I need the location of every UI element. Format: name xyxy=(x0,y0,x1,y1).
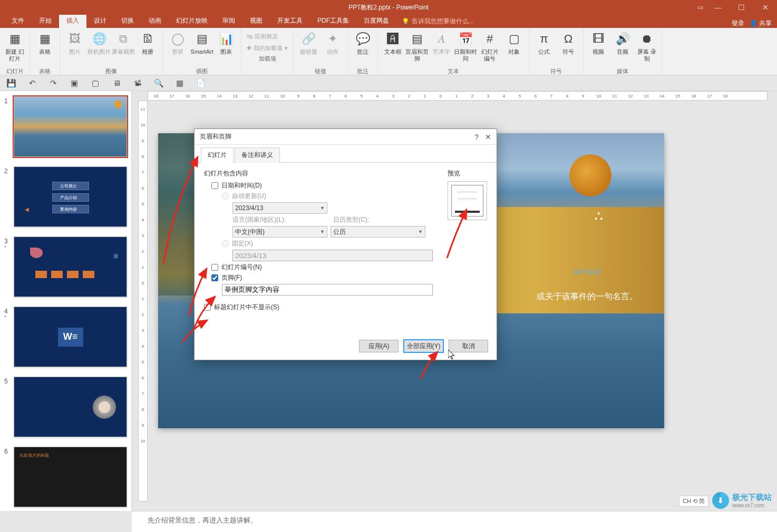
shapes-button[interactable]: ◯形状 xyxy=(166,31,189,66)
link-icon: 🔗 xyxy=(300,31,317,47)
header-footer-button[interactable]: ▤页眉和页脚 xyxy=(405,31,429,66)
equation-button[interactable]: π公式 xyxy=(532,31,556,66)
undo-icon[interactable]: ↶ xyxy=(26,77,38,89)
tab-home[interactable]: 开始 xyxy=(32,14,59,28)
online-picture-button[interactable]: 🌐联机图片 xyxy=(88,31,111,66)
quick-access-toolbar: 💾 ↶ ↷ ▣ ▢ 🖥 📽 🔍 ▦ 📄 xyxy=(0,75,777,91)
slide-thumb-6[interactable]: 6 此处填片的标题 xyxy=(0,445,131,511)
thumb-number: 5 xyxy=(4,377,11,437)
qat-icon-4[interactable]: ▣ xyxy=(69,77,80,89)
calendar-combo[interactable]: 公历▼ xyxy=(331,226,425,238)
screenrec-button[interactable]: ⏺屏幕 录制 xyxy=(635,31,658,66)
tab-file[interactable]: 文件 xyxy=(4,14,32,28)
tab-pdf[interactable]: PDF工具集 xyxy=(310,14,356,28)
tab-transition[interactable]: 切换 xyxy=(114,14,141,28)
screenshot-button[interactable]: ⧉屏幕截图 xyxy=(112,31,135,66)
language-combo[interactable]: 中文(中国)▼ xyxy=(232,226,327,238)
picture-icon: 🖼 xyxy=(66,31,83,47)
qat-icon-7[interactable]: 📽 xyxy=(132,77,143,89)
symbol-button[interactable]: Ω符号 xyxy=(557,31,580,66)
tab-review[interactable]: 审阅 xyxy=(215,14,242,28)
symbol-icon: Ω xyxy=(560,31,577,47)
title-bar: PPT教程2.pptx - PowerPoint ▭ — ☐ ✕ xyxy=(0,0,777,15)
tab-design[interactable]: 设计 xyxy=(86,14,114,28)
apply-button[interactable]: 应用(A) xyxy=(359,340,399,352)
store-icon: 🛍 xyxy=(247,33,252,40)
date-combo[interactable]: 2023/4/13▼ xyxy=(232,202,327,214)
dialog-tab-notes[interactable]: 备注和讲义 xyxy=(235,147,280,163)
screenshot-icon: ⧉ xyxy=(115,31,132,47)
slide-thumb-3[interactable]: 3* ▦ xyxy=(0,234,131,304)
smartart-button[interactable]: ▤SmartArt xyxy=(190,31,213,66)
action-button[interactable]: ✦动作 xyxy=(321,31,344,66)
textbox-button[interactable]: 🅰文本框 xyxy=(381,31,404,66)
tab-view[interactable]: 视图 xyxy=(242,14,270,28)
qat-icon-9[interactable]: ▦ xyxy=(174,77,186,89)
table-icon: ▦ xyxy=(36,31,53,47)
bulb-icon: 💡 xyxy=(402,18,410,25)
fixed-date-input[interactable] xyxy=(232,250,433,261)
table-button[interactable]: ▦表格 xyxy=(33,31,56,66)
dialog-close-button[interactable]: ✕ xyxy=(485,133,491,141)
album-button[interactable]: 🖻相册 xyxy=(136,31,159,66)
thumb-number: 3 xyxy=(4,237,11,245)
album-icon: 🖻 xyxy=(139,31,156,47)
tab-baidu[interactable]: 百度网盘 xyxy=(356,14,396,28)
auto-update-radio[interactable] xyxy=(222,193,229,200)
qat-icon-8[interactable]: 🔍 xyxy=(153,77,164,89)
tab-animation[interactable]: 动画 xyxy=(141,14,169,28)
slidenum-checkbox[interactable] xyxy=(211,264,218,271)
fixed-radio[interactable] xyxy=(222,240,229,247)
new-slide-icon: ▦ xyxy=(6,31,23,47)
slide-thumb-5[interactable]: 5 xyxy=(0,375,131,445)
slidenum-button[interactable]: #幻灯片 编号 xyxy=(478,31,501,66)
slide-thumb-2[interactable]: 2 公司简介 产品介绍 案例内容 ◀ xyxy=(0,164,131,234)
new-slide-button[interactable]: ▦新建 幻灯片 xyxy=(3,31,26,66)
tab-insert[interactable]: 插入 xyxy=(59,14,86,28)
tab-slideshow[interactable]: 幻灯片放映 xyxy=(169,14,215,28)
qat-icon-5[interactable]: ▢ xyxy=(90,77,101,89)
video-button[interactable]: 🎞视频 xyxy=(587,31,610,66)
group-addins-label: 加载项 xyxy=(259,54,276,64)
apply-all-button[interactable]: 全部应用(Y) xyxy=(404,340,443,352)
ribbon-options-icon[interactable]: ▭ xyxy=(697,4,703,11)
save-icon[interactable]: 💾 xyxy=(5,77,17,89)
datetime-label: 日期和时间(D) xyxy=(221,181,262,190)
tell-me-search[interactable]: 💡 告诉我您想要做什么... xyxy=(396,15,479,28)
slide-thumb-1[interactable]: 1 xyxy=(0,94,131,164)
qat-icon-6[interactable]: 🖥 xyxy=(111,77,122,89)
window-title: PPT教程2.pptx - PowerPoint xyxy=(348,3,429,12)
qat-icon-10[interactable]: 📄 xyxy=(195,77,207,89)
picture-button[interactable]: 🖼图片 xyxy=(63,31,86,66)
number-icon: # xyxy=(481,31,498,47)
close-button[interactable]: ✕ xyxy=(753,0,777,15)
footer-checkbox[interactable] xyxy=(211,274,218,281)
comment-button[interactable]: 💬批注 xyxy=(351,31,374,66)
hide-on-title-checkbox[interactable] xyxy=(204,304,211,311)
myaddins-button[interactable]: ✚我的加载项 ▾ xyxy=(245,42,290,54)
signin-link[interactable]: 登录 xyxy=(732,19,744,28)
slide-placeholder-text: 事件标题 xyxy=(574,268,601,277)
footer-text-input[interactable] xyxy=(222,284,433,295)
datetime-checkbox[interactable] xyxy=(211,182,218,189)
slide-thumb-4[interactable]: 4* W≡ xyxy=(0,304,131,375)
hyperlink-button[interactable]: 🔗超链接 xyxy=(297,31,320,66)
store-button[interactable]: 🛍应用商店 xyxy=(245,31,290,42)
audio-button[interactable]: 🔊音频 xyxy=(611,31,634,66)
slide-thumbnail-pane[interactable]: 1 2 公司简介 产品介绍 案例内容 ◀ 3* ▦ xyxy=(0,91,132,511)
chart-button[interactable]: 📊图表 xyxy=(215,31,238,66)
ime-status-chip[interactable]: CH ⟲ 简 xyxy=(679,496,708,507)
tab-developer[interactable]: 开发工具 xyxy=(270,14,310,28)
wordart-button[interactable]: 𝐴艺术字 xyxy=(430,31,453,66)
datetime-button[interactable]: 📅日期和时间 xyxy=(454,31,477,66)
share-button[interactable]: 👤 共享 xyxy=(750,19,772,28)
minimize-button[interactable]: — xyxy=(706,0,730,15)
language-label: 语言(国家/地区)(L): xyxy=(232,215,286,224)
object-button[interactable]: ▢对象 xyxy=(502,31,526,66)
notes-pane[interactable]: 先介绍背景信息，再进入主题讲解。 xyxy=(132,511,777,532)
dialog-help-button[interactable]: ? xyxy=(474,133,479,141)
redo-icon[interactable]: ↷ xyxy=(47,77,59,89)
dialog-tab-slide[interactable]: 幻灯片 xyxy=(201,147,234,163)
slide-quote-text: 或关于该事件的一句名言。 xyxy=(537,291,638,302)
maximize-button[interactable]: ☐ xyxy=(730,0,753,15)
